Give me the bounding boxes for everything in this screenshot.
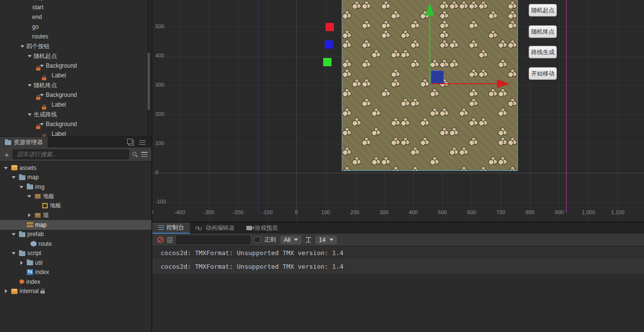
sort-icon[interactable] [141,152,147,157]
tab-animation-editor[interactable]: 动画编辑器 [190,222,240,234]
rock-tile [440,107,449,117]
chevron-down-icon[interactable] [18,184,25,190]
hierarchy-node[interactable]: Background [0,61,151,71]
log-entry[interactable]: cocos2d: TMXFormat: Unsupported TMX vers… [152,246,644,260]
hierarchy-node[interactable]: start [0,2,151,12]
open-log-file-icon[interactable] [167,237,172,243]
lock-icon [40,289,45,294]
rock-tile [430,88,440,97]
hierarchy-node[interactable]: Label [0,100,151,110]
animation-icon [196,226,203,230]
search-icon[interactable] [132,151,138,158]
font-size-select[interactable]: 14 [315,235,337,245]
log-level-select[interactable]: All [280,235,302,245]
chevron-down-icon[interactable] [26,193,33,199]
hierarchy-node[interactable]: Label [0,71,151,80]
indent-spacer [34,203,40,209]
chevron-down-icon[interactable] [19,0,25,0]
tab-assets-manager[interactable]: 资源管理器 [0,137,48,148]
rock-tile [498,127,508,136]
asset-item[interactable]: assets [0,163,151,173]
red-marker[interactable] [326,23,334,31]
hierarchy-node[interactable]: routes [0,32,151,41]
hierarchy-node[interactable]: 随机终点 [0,80,151,90]
chevron-down-icon[interactable] [11,250,17,256]
asset-item[interactable]: index [0,277,151,287]
rock-tile [352,156,362,166]
blue-marker[interactable] [325,40,333,49]
asset-item[interactable]: 地板 [0,192,151,202]
hierarchy-node[interactable]: 随机起点 [0,51,151,61]
asset-item[interactable]: 地板 [0,201,151,211]
hierarchy-node[interactable]: go [0,22,151,32]
tab-game-preview[interactable]: 游戏预览 [240,222,284,234]
hierarchy-node[interactable]: 生成路线 [0,110,151,119]
hierarchy-node[interactable]: Label [0,129,151,136]
asset-item[interactable]: prefab [0,230,151,240]
ruler-x-label: -200 [227,209,249,215]
chevron-right-icon[interactable] [3,288,9,294]
chevron-down-icon[interactable] [27,82,33,88]
layout-icon[interactable] [129,140,134,146]
rock-tile [440,10,449,19]
node-label: Background [46,121,77,128]
indent-spacer [25,4,31,10]
rock-tile [498,107,508,117]
node-label: start [32,4,43,11]
asset-item[interactable]: script [0,249,151,258]
indent-spacer [11,279,17,285]
chevron-down-icon[interactable] [27,53,33,59]
log-entry[interactable]: cocos2d: TMXFormat: Unsupported TMX vers… [152,260,644,274]
chevron-down-icon[interactable] [11,231,17,237]
asset-item[interactable]: map [0,173,151,183]
scene-button-1[interactable]: 随机起点 [529,4,557,17]
rock-tile [352,78,362,88]
regex-checkbox[interactable] [254,237,260,243]
hierarchy-node[interactable]: end [0,12,151,22]
asset-item[interactable]: img [0,182,151,192]
scene-button-2[interactable]: 随机终点 [529,25,557,38]
asset-item[interactable]: internal [0,287,151,296]
node-label: end [32,14,42,20]
scene-view[interactable]: 随机起点随机终点路线生成开始移动 00-400-300-200-10001002… [152,0,644,221]
chevron-down-icon[interactable] [27,111,33,117]
chevron-down-icon[interactable] [39,121,45,127]
hierarchy-node[interactable]: 四个按钮 [0,41,151,51]
rock-tile [391,78,401,88]
tilemap-node[interactable] [342,0,517,170]
hierarchy-scrollbar[interactable] [147,0,150,135]
rock-tile [449,0,459,10]
chevron-down-icon[interactable] [11,174,17,180]
asset-label: index [35,269,49,276]
scene-button-4[interactable]: 开始移动 [529,67,557,80]
asset-item[interactable]: map [0,220,151,230]
asset-item[interactable]: 墙 [0,211,151,221]
hierarchy-node[interactable]: Background [0,119,151,129]
chevron-down-icon[interactable] [3,165,9,171]
tab-console[interactable]: 控制台 [152,222,190,234]
asset-item[interactable]: route [0,239,151,249]
assets-search-input[interactable] [13,149,129,159]
selected-node[interactable] [431,71,444,84]
chevron-right-icon[interactable] [26,212,33,218]
scene-button-3[interactable]: 路线生成 [529,46,557,58]
folder-icon [19,251,25,256]
chevron-down-icon[interactable] [19,43,25,49]
chevron-down-icon[interactable] [39,63,45,69]
rock-tile [362,39,371,49]
ruler-x-label: 600 [461,209,482,215]
console-filter-input[interactable] [176,236,250,244]
rock-tile [342,146,352,156]
ruler-x-label: 700 [490,209,512,215]
add-asset-button[interactable]: + [4,151,10,158]
chevron-down-icon[interactable] [39,92,45,98]
scrollbar-thumb[interactable] [147,53,150,110]
asset-item[interactable]: util [0,258,151,268]
chevron-right-icon[interactable] [18,260,25,266]
panel-menu-icon[interactable] [139,140,146,145]
asset-item[interactable]: tsindex [0,268,151,277]
node-label: go [32,23,38,30]
hierarchy-node[interactable]: Background [0,90,151,100]
green-marker[interactable] [323,58,331,66]
clear-console-button[interactable] [157,237,164,243]
